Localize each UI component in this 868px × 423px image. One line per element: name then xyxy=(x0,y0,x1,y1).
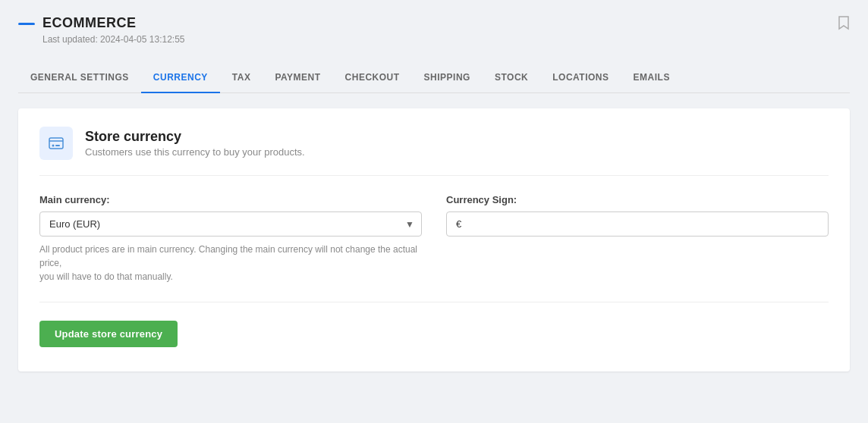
currency-sign-label: Currency Sign: xyxy=(446,194,829,205)
tab-shipping[interactable]: SHIPPING xyxy=(412,63,483,93)
main-currency-label: Main currency: xyxy=(39,194,422,205)
currency-card-icon xyxy=(39,127,73,160)
card-subtitle: Customers use this currency to buy your … xyxy=(85,146,305,158)
form-divider xyxy=(39,302,829,302)
svg-rect-2 xyxy=(55,145,60,146)
card-header: Store currency Customers use this curren… xyxy=(39,127,829,176)
currency-sign-group: Currency Sign: xyxy=(446,194,829,284)
title-bar-decoration xyxy=(18,23,35,25)
tab-currency[interactable]: CURRENCY xyxy=(141,63,220,93)
form-section: Main currency: Euro (EUR) US Dollar (USD… xyxy=(39,194,829,284)
tab-stock[interactable]: STOCK xyxy=(483,63,540,93)
card-title-section: Store currency Customers use this curren… xyxy=(85,129,305,158)
main-currency-select[interactable]: Euro (EUR) US Dollar (USD) British Pound… xyxy=(39,212,422,237)
tab-payment[interactable]: PAYMENT xyxy=(263,63,332,93)
tab-checkout[interactable]: CHECKOUT xyxy=(333,63,412,93)
main-currency-select-wrapper: Euro (EUR) US Dollar (USD) British Pound… xyxy=(39,212,422,237)
tab-emails[interactable]: EMAILS xyxy=(621,63,682,93)
tab-general-settings[interactable]: GENERAL SETTINGS xyxy=(18,63,141,93)
tab-locations[interactable]: LOCATIONS xyxy=(540,63,621,93)
last-updated-text: Last updated: 2024-04-05 13:12:55 xyxy=(42,34,185,45)
currency-sign-input[interactable] xyxy=(446,212,829,237)
svg-point-1 xyxy=(52,145,55,147)
main-currency-group: Main currency: Euro (EUR) US Dollar (USD… xyxy=(39,194,422,284)
currency-hint: All product prices are in main currency.… xyxy=(39,243,422,284)
content-card: Store currency Customers use this curren… xyxy=(18,108,850,371)
card-title: Store currency xyxy=(85,129,305,145)
tab-tax[interactable]: TAX xyxy=(220,63,263,93)
page-title: ECOMMERCE xyxy=(42,15,137,31)
update-store-currency-button[interactable]: Update store currency xyxy=(39,321,178,347)
svg-rect-0 xyxy=(49,138,63,149)
bookmark-icon[interactable] xyxy=(838,15,850,34)
tabs-nav: GENERAL SETTINGS CURRENCY TAX PAYMENT CH… xyxy=(18,63,850,93)
